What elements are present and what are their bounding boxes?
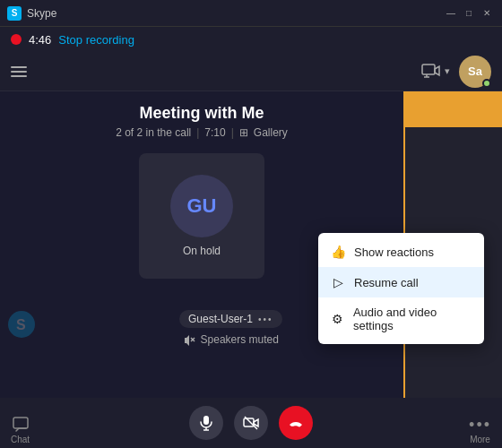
call-duration: 7:10 — [204, 126, 225, 139]
hangup-button[interactable] — [279, 406, 313, 440]
reactions-icon: 👍 — [331, 245, 345, 259]
guest-tag: Guest-User-1 ••• — [179, 310, 282, 328]
resume-icon: ▷ — [331, 275, 345, 289]
mic-button[interactable] — [189, 406, 223, 440]
svg-rect-7 — [13, 418, 28, 428]
topnav-right: ▾ Sa — [421, 56, 491, 88]
guest-options-dots[interactable]: ••• — [258, 314, 273, 324]
participant-count: 2 of 2 in the call — [116, 126, 191, 139]
show-reactions-label: Show reactions — [354, 246, 434, 259]
chat-nav-item[interactable]: Chat — [11, 415, 30, 444]
audio-video-settings-label: Audio and video settings — [353, 306, 472, 332]
svg-rect-11 — [244, 418, 254, 426]
topnav: ▾ Sa — [0, 52, 502, 91]
audio-video-settings-item[interactable]: ⚙ Audio and video settings — [318, 297, 484, 340]
context-menu: 👍 Show reactions ▷ Resume call ⚙ Audio a… — [318, 233, 484, 344]
bottom-bar: Chat ••• — [0, 398, 502, 448]
screen-share-icon[interactable]: ▾ — [421, 64, 450, 80]
app-title: Skype — [27, 7, 437, 20]
guest-info: Guest-User-1 ••• Speakers muted — [179, 310, 282, 346]
gallery-label: Gallery — [254, 126, 288, 139]
gallery-icon: ⊞ — [239, 126, 248, 139]
svg-rect-8 — [203, 416, 209, 425]
user-initials-bg: GU — [170, 175, 233, 237]
recording-time: 4:46 — [29, 33, 51, 47]
call-title: Meeting with Me — [140, 104, 264, 123]
resume-call-item[interactable]: ▷ Resume call — [318, 267, 484, 297]
app-icon: S — [7, 6, 22, 21]
avatar[interactable]: Sa — [459, 56, 491, 88]
recording-indicator — [11, 34, 22, 45]
side-panel-top — [405, 91, 502, 127]
window-controls: — □ ✕ — [443, 5, 495, 22]
svg-rect-0 — [422, 65, 435, 74]
recording-bar: 4:46 Stop recording — [0, 27, 502, 52]
call-info: 2 of 2 in the call | 7:10 | ⊞ Gallery — [116, 126, 288, 139]
resume-call-label: Resume call — [354, 276, 419, 289]
hamburger-menu[interactable] — [11, 66, 27, 77]
show-reactions-item[interactable]: 👍 Show reactions — [318, 237, 484, 267]
svg-text:S: S — [16, 317, 26, 332]
more-label: More — [470, 435, 490, 444]
maximize-button[interactable]: □ — [461, 5, 477, 22]
call-area: Meeting with Me 2 of 2 in the call | 7:1… — [0, 91, 502, 398]
settings-icon: ⚙ — [331, 312, 344, 326]
guest-name: Guest-User-1 — [188, 313, 253, 325]
close-button[interactable]: ✕ — [479, 5, 495, 22]
stop-recording-button[interactable]: Stop recording — [58, 33, 134, 47]
speaker-muted-label: Speakers muted — [201, 333, 279, 346]
minimize-button[interactable]: — — [443, 5, 459, 22]
user-initials: GU — [187, 194, 217, 218]
video-button[interactable] — [234, 406, 268, 440]
center-controls — [189, 406, 313, 440]
more-dots-icon: ••• — [469, 417, 491, 433]
more-nav-item[interactable]: ••• More — [469, 417, 491, 444]
on-hold-label: On hold — [183, 245, 221, 257]
user-tile: GU On hold — [139, 153, 264, 279]
chat-label: Chat — [11, 435, 30, 444]
online-indicator — [482, 79, 491, 88]
speaker-muted: Speakers muted — [183, 333, 279, 346]
titlebar: S Skype — □ ✕ — [0, 0, 502, 27]
skype-watermark: S — [7, 310, 36, 342]
